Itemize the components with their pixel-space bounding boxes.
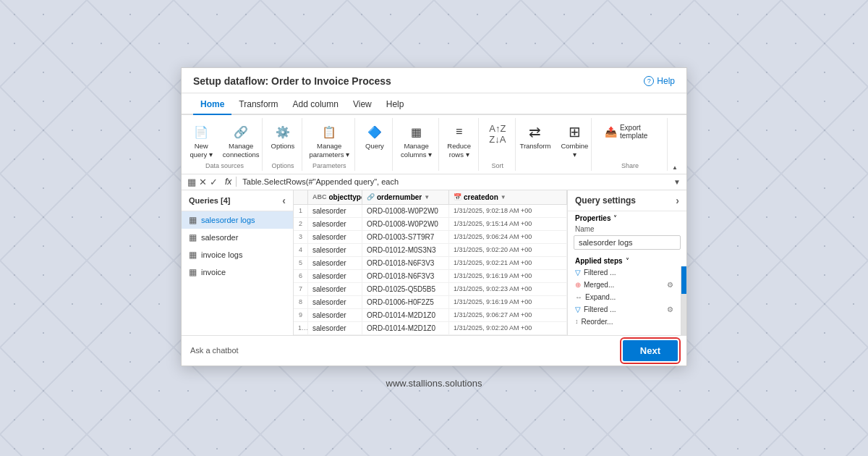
content-area: Queries [4] ‹ ▦ salesorder logs ▦ saleso… <box>182 190 686 335</box>
filter-icon-ordernumber[interactable]: ▼ <box>424 194 430 200</box>
steps-scrollbar[interactable] <box>681 266 686 335</box>
help-link[interactable]: ? Help <box>644 76 675 86</box>
ribbon-group-reduce-rows: ≡ Reducerows ▾ <box>441 118 479 171</box>
table-row: 1 salesorder ORD-01008-W0P2W0 1/31/2025,… <box>294 205 567 218</box>
formula-fx-label: fx <box>221 177 237 187</box>
step-item-expand[interactable]: ↔ Expand... <box>568 291 681 303</box>
ribbon-group-label-data-sources: Data sources <box>205 162 244 169</box>
menu-help[interactable]: Help <box>379 96 412 115</box>
query-item-salesorder-logs[interactable]: ▦ salesorder logs <box>182 211 293 229</box>
query-item-salesorder[interactable]: ▦ salesorder <box>182 229 293 246</box>
td-row-num-1: 1 <box>294 205 308 217</box>
step-item-filtered-1[interactable]: ▽ Filtered ... <box>568 266 681 279</box>
query-table-icon-4: ▦ <box>189 267 197 277</box>
formula-check-icon[interactable]: ✓ <box>210 177 218 187</box>
query-table-icon-2: ▦ <box>189 232 197 242</box>
step-gear-filtered-2[interactable]: ⚙ <box>667 305 673 313</box>
query-settings-title: Query settings <box>575 195 636 206</box>
query-item-invoice[interactable]: ▦ invoice <box>182 263 293 281</box>
next-button[interactable]: Next <box>623 340 678 361</box>
query-label-invoice-logs: invoice logs <box>201 250 242 259</box>
col-type-date-icon: 📅 <box>454 193 461 200</box>
menu-view[interactable]: View <box>346 96 379 115</box>
table-body: 1 salesorder ORD-01008-W0P2W0 1/31/2025,… <box>294 205 567 335</box>
table-row: 7 salesorder ORD-01025-Q5D5B5 1/31/2025,… <box>294 283 567 296</box>
formula-bar: ▦ ✕ ✓ fx ▼ <box>182 174 686 190</box>
ribbon-group-label-share: Share <box>621 162 639 169</box>
menu-add-column[interactable]: Add column <box>286 96 346 115</box>
table-row: 4 salesorder ORD-01012-M0S3N3 1/31/2025,… <box>294 244 567 257</box>
formula-input[interactable] <box>242 177 671 186</box>
query-name-input[interactable] <box>574 235 681 250</box>
options-icon: ⚙️ <box>274 123 292 140</box>
ribbon-btn-export-template[interactable]: 📤 Export template <box>599 121 661 143</box>
step-item-merged[interactable]: ⊕ Merged... ⚙ <box>568 279 681 291</box>
reduce-rows-icon: ≡ <box>451 123 468 140</box>
transform-icon: ⇄ <box>527 123 544 140</box>
query-settings-expand-icon[interactable]: › <box>676 195 679 206</box>
ribbon-btn-manage-columns[interactable]: ▦ Managecolumns ▾ <box>396 121 436 161</box>
td-col1-1: salesorder <box>308 205 362 217</box>
ribbon-btn-manage-connections[interactable]: 🔗 Manageconnections <box>218 121 264 161</box>
query-table-icon: ▦ <box>189 215 197 225</box>
ribbon-group-data-sources: 📄 Newquery ▾ 🔗 Manageconnections Data so… <box>187 118 263 171</box>
col-type-link-icon: 🔗 <box>367 193 375 200</box>
properties-collapse-icon[interactable]: ˅ <box>613 214 617 222</box>
menu-bar: Home Transform Add column View Help <box>182 93 686 115</box>
ribbon-btn-sort-az[interactable]: A↑ZZ↓A <box>483 121 512 147</box>
ribbon-btn-new-query[interactable]: 📄 Newquery ▾ <box>185 121 216 161</box>
ask-chatbot-label: Ask a chatbot <box>190 346 239 355</box>
ribbon-group-manage-columns: ▦ Managecolumns ▾ <box>394 118 438 171</box>
ribbon-btn-query[interactable]: 🔷 Query <box>360 121 389 152</box>
menu-home[interactable]: Home <box>193 96 231 115</box>
ribbon-btn-reduce-rows[interactable]: ≡ Reducerows ▾ <box>443 121 475 161</box>
ribbon-btn-transform[interactable]: ⇄ Transform <box>515 121 555 152</box>
formula-dropdown-icon[interactable]: ▼ <box>673 178 681 186</box>
step-gear-merged[interactable]: ⚙ <box>667 281 673 289</box>
ribbon-group-query: 🔷 Query <box>357 118 393 171</box>
step-label-merged: Merged... <box>584 281 614 289</box>
step-label-reorder: Reorder... <box>582 318 613 326</box>
ribbon-btn-manage-parameters[interactable]: 📋 Manageparameters ▾ <box>305 121 354 161</box>
ribbon-group-options: ⚙️ Options Options <box>264 118 302 171</box>
table-row: 6 salesorder ORD-01018-N6F3V3 1/31/2025,… <box>294 270 567 283</box>
properties-label: Properties <box>575 214 610 222</box>
table-row: 2 salesorder ORD-01008-W0P2W0 1/31/2025,… <box>294 218 567 231</box>
col-type-abc-icon: ABC <box>312 193 327 200</box>
queries-title: Queries [4] <box>189 196 230 205</box>
manage-parameters-icon: 📋 <box>320 123 338 140</box>
formula-close-icon[interactable]: ✕ <box>199 177 207 187</box>
queries-collapse-icon[interactable]: ‹ <box>282 195 286 206</box>
ribbon-collapse-btn[interactable]: ▲ <box>669 118 681 171</box>
ribbon-group-label-sort: Sort <box>492 162 504 169</box>
step-item-reorder[interactable]: ↕ Reorder... <box>568 316 681 328</box>
step-label-filtered-2: Filtered ... <box>584 305 616 313</box>
table-row: 10 salesorder ORD-01014-M2D1Z0 1/31/2025… <box>294 322 567 335</box>
footer-url: www.stallions.solutions <box>386 378 482 389</box>
ribbon-btn-options[interactable]: ⚙️ Options <box>267 121 299 152</box>
table-row: 3 salesorder ORD-01003-S7T9R7 1/31/2025,… <box>294 231 567 244</box>
steps-container: ▽ Filtered ... ⊕ Merged... ⚙ <box>568 266 686 335</box>
table-row: 8 salesorder ORD-01006-H0F2Z5 1/31/2025,… <box>294 296 567 309</box>
step-label-expand: Expand... <box>585 293 616 301</box>
applied-steps-collapse-icon[interactable]: ˅ <box>626 257 629 265</box>
main-window: Setup dataflow: Order to Invoice Process… <box>181 67 687 366</box>
menu-transform[interactable]: Transform <box>231 96 285 115</box>
th-ordernumber[interactable]: 🔗 ordernumber ▼ <box>362 190 449 204</box>
th-createdon[interactable]: 📅 createdon ▼ <box>449 190 567 204</box>
window-title: Setup dataflow: Order to Invoice Process <box>193 75 391 87</box>
step-item-filtered-2[interactable]: ▽ Filtered ... ⚙ <box>568 303 681 316</box>
table-row: 5 salesorder ORD-01018-N6F3V3 1/31/2025,… <box>294 257 567 270</box>
steps-list: ▽ Filtered ... ⊕ Merged... ⚙ <box>568 266 681 335</box>
bottom-bar: Ask a chatbot Next <box>182 335 686 366</box>
step-filter-icon-1: ▽ <box>575 269 581 276</box>
th-objecttypecode[interactable]: ABC objecttypecode ▼ <box>308 190 362 204</box>
ribbon-group-label-parameters: Parameters <box>312 162 346 169</box>
query-settings-panel: Query settings › Properties ˅ Name Appli… <box>567 190 686 335</box>
query-settings-header: Query settings › <box>568 190 686 211</box>
queries-header: Queries [4] ‹ <box>182 190 293 211</box>
query-item-invoice-logs[interactable]: ▦ invoice logs <box>182 246 293 263</box>
filter-icon-createdon[interactable]: ▼ <box>501 194 506 200</box>
help-circle-icon: ? <box>644 76 654 86</box>
ribbon-btn-combine[interactable]: ⊞ Combine▾ <box>556 121 592 161</box>
